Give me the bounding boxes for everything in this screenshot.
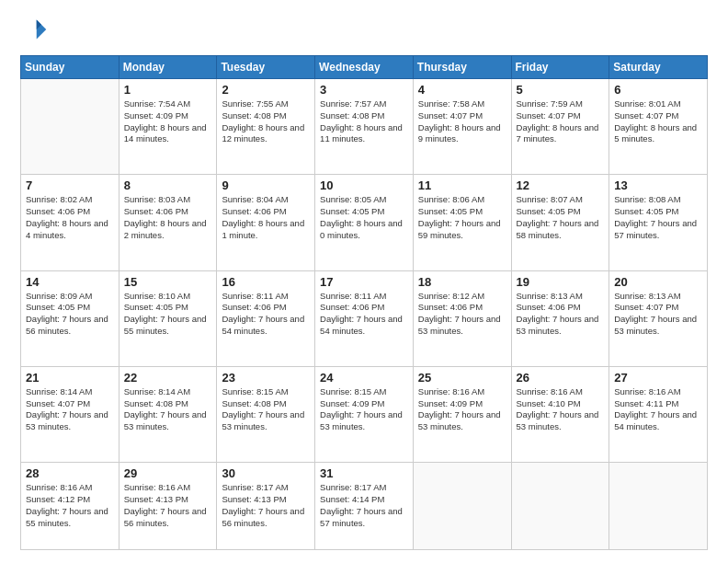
- day-number: 18: [418, 275, 506, 289]
- cell-info: Sunrise: 8:11 AM Sunset: 4:06 PM Dayligh…: [320, 291, 408, 338]
- calendar-cell: 18Sunrise: 8:12 AM Sunset: 4:06 PM Dayli…: [413, 270, 511, 366]
- day-number: 19: [517, 275, 605, 289]
- day-number: 30: [222, 466, 310, 480]
- calendar-cell: 22Sunrise: 8:14 AM Sunset: 4:08 PM Dayli…: [119, 366, 217, 462]
- cell-info: Sunrise: 8:17 AM Sunset: 4:14 PM Dayligh…: [320, 482, 408, 529]
- day-number: 17: [320, 275, 408, 289]
- cell-info: Sunrise: 8:14 AM Sunset: 4:07 PM Dayligh…: [26, 386, 114, 433]
- logo: [20, 17, 48, 46]
- day-number: 15: [124, 275, 212, 289]
- cell-info: Sunrise: 8:09 AM Sunset: 4:05 PM Dayligh…: [26, 291, 114, 338]
- cell-info: Sunrise: 8:10 AM Sunset: 4:05 PM Dayligh…: [124, 291, 212, 338]
- day-number: 1: [124, 83, 212, 97]
- cell-info: Sunrise: 8:05 AM Sunset: 4:05 PM Dayligh…: [320, 194, 408, 241]
- calendar-cell: 6Sunrise: 8:01 AM Sunset: 4:07 PM Daylig…: [609, 79, 708, 175]
- calendar-cell: 31Sunrise: 8:17 AM Sunset: 4:14 PM Dayli…: [315, 463, 414, 550]
- calendar-cell: 20Sunrise: 8:13 AM Sunset: 4:07 PM Dayli…: [609, 270, 708, 366]
- cell-info: Sunrise: 8:14 AM Sunset: 4:08 PM Dayligh…: [124, 386, 212, 433]
- cell-info: Sunrise: 8:06 AM Sunset: 4:05 PM Dayligh…: [418, 194, 506, 241]
- calendar-cell: 27Sunrise: 8:16 AM Sunset: 4:11 PM Dayli…: [609, 366, 708, 462]
- cell-info: Sunrise: 8:16 AM Sunset: 4:12 PM Dayligh…: [26, 482, 114, 529]
- cell-info: Sunrise: 8:17 AM Sunset: 4:13 PM Dayligh…: [222, 482, 310, 529]
- cell-info: Sunrise: 8:08 AM Sunset: 4:05 PM Dayligh…: [614, 194, 702, 241]
- calendar-cell: 10Sunrise: 8:05 AM Sunset: 4:05 PM Dayli…: [315, 175, 414, 270]
- calendar-cell: 7Sunrise: 8:02 AM Sunset: 4:06 PM Daylig…: [21, 175, 119, 270]
- cell-info: Sunrise: 8:03 AM Sunset: 4:06 PM Dayligh…: [124, 194, 212, 241]
- cell-info: Sunrise: 8:15 AM Sunset: 4:09 PM Dayligh…: [320, 386, 408, 433]
- calendar-cell: 14Sunrise: 8:09 AM Sunset: 4:05 PM Dayli…: [21, 270, 119, 366]
- day-number: 8: [124, 178, 212, 192]
- day-number: 13: [614, 178, 702, 192]
- day-number: 26: [517, 371, 605, 385]
- calendar-cell: 4Sunrise: 7:58 AM Sunset: 4:07 PM Daylig…: [413, 79, 511, 175]
- day-number: 7: [26, 178, 114, 192]
- calendar-cell: [609, 463, 708, 550]
- cell-info: Sunrise: 8:04 AM Sunset: 4:06 PM Dayligh…: [222, 194, 310, 241]
- day-number: 2: [222, 83, 310, 97]
- weekday-header-thursday: Thursday: [413, 56, 511, 79]
- weekday-header-wednesday: Wednesday: [315, 56, 414, 79]
- cell-info: Sunrise: 8:13 AM Sunset: 4:06 PM Dayligh…: [517, 291, 605, 338]
- calendar-cell: 12Sunrise: 8:07 AM Sunset: 4:05 PM Dayli…: [511, 175, 609, 270]
- cell-info: Sunrise: 8:01 AM Sunset: 4:07 PM Dayligh…: [614, 98, 702, 145]
- day-number: 20: [614, 275, 702, 289]
- calendar-cell: 5Sunrise: 7:59 AM Sunset: 4:07 PM Daylig…: [511, 79, 609, 175]
- calendar-cell: 13Sunrise: 8:08 AM Sunset: 4:05 PM Dayli…: [609, 175, 708, 270]
- day-number: 4: [418, 83, 506, 97]
- day-number: 28: [26, 466, 114, 480]
- calendar-cell: 30Sunrise: 8:17 AM Sunset: 4:13 PM Dayli…: [217, 463, 315, 550]
- calendar-table: SundayMondayTuesdayWednesdayThursdayFrid…: [20, 55, 708, 550]
- calendar-cell: 8Sunrise: 8:03 AM Sunset: 4:06 PM Daylig…: [119, 175, 217, 270]
- cell-info: Sunrise: 7:58 AM Sunset: 4:07 PM Dayligh…: [418, 98, 506, 145]
- cell-info: Sunrise: 7:54 AM Sunset: 4:09 PM Dayligh…: [124, 98, 212, 145]
- weekday-header-monday: Monday: [119, 56, 217, 79]
- calendar-cell: 23Sunrise: 8:15 AM Sunset: 4:08 PM Dayli…: [217, 366, 315, 462]
- day-number: 11: [418, 178, 506, 192]
- cell-info: Sunrise: 8:16 AM Sunset: 4:10 PM Dayligh…: [517, 386, 605, 433]
- weekday-header-saturday: Saturday: [609, 56, 708, 79]
- cell-info: Sunrise: 8:16 AM Sunset: 4:11 PM Dayligh…: [614, 386, 702, 433]
- cell-info: Sunrise: 8:11 AM Sunset: 4:06 PM Dayligh…: [222, 291, 310, 338]
- calendar-cell: 1Sunrise: 7:54 AM Sunset: 4:09 PM Daylig…: [119, 79, 217, 175]
- weekday-header-row: SundayMondayTuesdayWednesdayThursdayFrid…: [21, 56, 708, 79]
- calendar-cell: 15Sunrise: 8:10 AM Sunset: 4:05 PM Dayli…: [119, 270, 217, 366]
- page: SundayMondayTuesdayWednesdayThursdayFrid…: [0, 0, 728, 563]
- calendar-cell: [21, 79, 119, 175]
- day-number: 12: [517, 178, 605, 192]
- day-number: 10: [320, 178, 408, 192]
- logo-icon: [22, 17, 48, 42]
- calendar-cell: 29Sunrise: 8:16 AM Sunset: 4:13 PM Dayli…: [119, 463, 217, 550]
- calendar-cell: 11Sunrise: 8:06 AM Sunset: 4:05 PM Dayli…: [413, 175, 511, 270]
- cell-info: Sunrise: 7:55 AM Sunset: 4:08 PM Dayligh…: [222, 98, 310, 145]
- calendar-cell: 28Sunrise: 8:16 AM Sunset: 4:12 PM Dayli…: [21, 463, 119, 550]
- calendar-cell: 9Sunrise: 8:04 AM Sunset: 4:06 PM Daylig…: [217, 175, 315, 270]
- day-number: 29: [124, 466, 212, 480]
- day-number: 16: [222, 275, 310, 289]
- day-number: 3: [320, 83, 408, 97]
- cell-info: Sunrise: 8:16 AM Sunset: 4:13 PM Dayligh…: [124, 482, 212, 529]
- calendar-cell: 25Sunrise: 8:16 AM Sunset: 4:09 PM Dayli…: [413, 366, 511, 462]
- calendar-cell: 17Sunrise: 8:11 AM Sunset: 4:06 PM Dayli…: [315, 270, 414, 366]
- day-number: 6: [614, 83, 702, 97]
- day-number: 27: [614, 371, 702, 385]
- calendar-cell: 26Sunrise: 8:16 AM Sunset: 4:10 PM Dayli…: [511, 366, 609, 462]
- cell-info: Sunrise: 8:13 AM Sunset: 4:07 PM Dayligh…: [614, 291, 702, 338]
- week-row-4: 21Sunrise: 8:14 AM Sunset: 4:07 PM Dayli…: [21, 366, 708, 462]
- cell-info: Sunrise: 8:15 AM Sunset: 4:08 PM Dayligh…: [222, 386, 310, 433]
- calendar-cell: 16Sunrise: 8:11 AM Sunset: 4:06 PM Dayli…: [217, 270, 315, 366]
- calendar-cell: 21Sunrise: 8:14 AM Sunset: 4:07 PM Dayli…: [21, 366, 119, 462]
- cell-info: Sunrise: 8:16 AM Sunset: 4:09 PM Dayligh…: [418, 386, 506, 433]
- cell-info: Sunrise: 8:12 AM Sunset: 4:06 PM Dayligh…: [418, 291, 506, 338]
- calendar-cell: 19Sunrise: 8:13 AM Sunset: 4:06 PM Dayli…: [511, 270, 609, 366]
- calendar-cell: 3Sunrise: 7:57 AM Sunset: 4:08 PM Daylig…: [315, 79, 414, 175]
- day-number: 9: [222, 178, 310, 192]
- header: [20, 17, 708, 46]
- day-number: 21: [26, 371, 114, 385]
- weekday-header-friday: Friday: [511, 56, 609, 79]
- day-number: 23: [222, 371, 310, 385]
- calendar-cell: 24Sunrise: 8:15 AM Sunset: 4:09 PM Dayli…: [315, 366, 414, 462]
- weekday-header-tuesday: Tuesday: [217, 56, 315, 79]
- calendar-cell: [413, 463, 511, 550]
- day-number: 5: [517, 83, 605, 97]
- day-number: 25: [418, 371, 506, 385]
